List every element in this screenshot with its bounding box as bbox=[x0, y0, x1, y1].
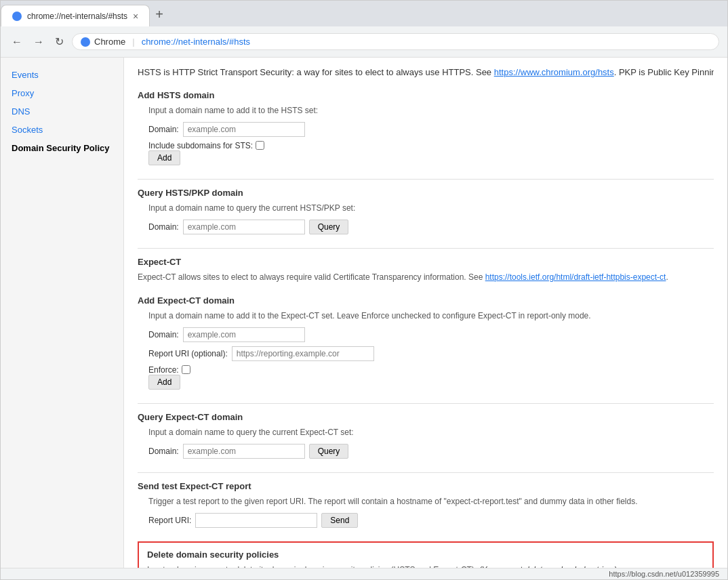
tab-bar: chrome://net-internals/#hsts × + bbox=[1, 1, 727, 26]
close-tab-button[interactable]: × bbox=[133, 11, 138, 22]
delete-section: Delete domain security policies Input a … bbox=[138, 541, 714, 568]
sidebar-item-dns[interactable]: DNS bbox=[1, 102, 123, 121]
query-hsts-domain-group: Domain: Query bbox=[148, 220, 714, 234]
sidebar-item-sockets[interactable]: Sockets bbox=[1, 121, 123, 139]
expect-ct-title: Expect-CT bbox=[138, 257, 714, 267]
query-expect-ct-domain-input[interactable] bbox=[183, 444, 305, 459]
expect-ct-link[interactable]: https://tools.ietf.org/html/draft-ietf-h… bbox=[485, 272, 666, 282]
url-path: chrome://net-internals/#hsts bbox=[142, 37, 250, 47]
add-hsts-button[interactable]: Add bbox=[148, 150, 180, 165]
query-hsts-desc: Input a domain name to query the current… bbox=[148, 203, 714, 213]
query-hsts-section: Query HSTS/PKP domain Input a domain nam… bbox=[138, 188, 714, 234]
intro-text-before: HSTS is HTTP Strict Transport Security: … bbox=[138, 67, 494, 77]
add-expect-ct-title: Add Expect-CT domain bbox=[138, 295, 714, 306]
intro-text-after: . PKP is Public Key Pinning; Chrome "pin… bbox=[614, 67, 714, 77]
url-separator: | bbox=[132, 37, 134, 47]
reload-button[interactable]: ↻ bbox=[52, 33, 66, 51]
query-expect-ct-domain-group: Domain: Query bbox=[148, 444, 714, 459]
add-expect-ct-enforce-label: Enforce: bbox=[148, 365, 179, 375]
add-hsts-subdomains-group: Include subdomains for STS: bbox=[148, 141, 714, 150]
add-hsts-domain-group: Domain: bbox=[148, 122, 714, 137]
expect-ct-desc: Expect-CT allows sites to elect to alway… bbox=[138, 272, 714, 282]
add-expect-ct-domain-group: Domain: bbox=[148, 327, 714, 342]
query-expect-ct-section: Query Expect-CT domain Input a domain na… bbox=[138, 412, 714, 459]
send-test-title: Send test Expect-CT report bbox=[138, 481, 714, 491]
add-expect-ct-btn-group: Add bbox=[148, 375, 714, 390]
add-hsts-section: Add HSTS domain Input a domain name to a… bbox=[138, 90, 714, 165]
add-expect-ct-section: Add Expect-CT domain Input a domain name… bbox=[138, 295, 714, 390]
divider-1 bbox=[138, 179, 714, 180]
main-panel: HSTS is HTTP Strict Transport Security: … bbox=[124, 58, 727, 568]
divider-4 bbox=[138, 472, 714, 473]
site-favicon-icon bbox=[81, 37, 90, 47]
tab-favicon-icon bbox=[12, 12, 22, 21]
divider-2 bbox=[138, 248, 714, 249]
send-test-report-uri-label: Report URI: bbox=[148, 516, 191, 525]
send-test-desc: Trigger a test report to the given repor… bbox=[148, 497, 714, 506]
query-expect-ct-domain-label: Domain: bbox=[148, 447, 179, 456]
add-expect-ct-enforce-group: Enforce: bbox=[148, 365, 714, 375]
add-hsts-subdomains-checkbox[interactable] bbox=[256, 141, 264, 150]
tab-label: chrome://net-internals/#hsts bbox=[27, 12, 127, 21]
status-url: https://blog.csdn.net/u012359995 bbox=[609, 570, 719, 578]
delete-section-title: Delete domain security policies bbox=[147, 550, 704, 560]
url-bar[interactable]: Chrome | chrome://net-internals/#hsts bbox=[72, 33, 719, 50]
expect-ct-desc-text2: . bbox=[666, 272, 668, 282]
query-hsts-title: Query HSTS/PKP domain bbox=[138, 188, 714, 198]
add-hsts-title: Add HSTS domain bbox=[138, 90, 714, 100]
send-test-button[interactable]: Send bbox=[321, 513, 358, 528]
add-expect-ct-report-uri-group: Report URI (optional): bbox=[148, 346, 714, 361]
add-hsts-desc: Input a domain name to add it to the HST… bbox=[148, 106, 714, 115]
chrome-label: Chrome bbox=[94, 37, 125, 47]
intro-link[interactable]: https://www.chromium.org/hsts bbox=[494, 67, 614, 77]
add-expect-ct-button[interactable]: Add bbox=[148, 375, 180, 390]
query-hsts-domain-label: Domain: bbox=[148, 222, 179, 232]
address-bar: ← → ↻ Chrome | chrome://net-internals/#h… bbox=[1, 26, 727, 58]
sidebar-item-domain-security-policy[interactable]: Domain Security Policy bbox=[1, 139, 123, 157]
sidebar-item-events[interactable]: Events bbox=[1, 66, 123, 84]
sidebar: Events Proxy DNS Sockets Domain Security… bbox=[1, 58, 124, 568]
add-expect-ct-report-uri-input[interactable] bbox=[232, 346, 374, 361]
add-expect-ct-report-uri-label: Report URI (optional): bbox=[148, 349, 228, 358]
query-expect-ct-button[interactable]: Query bbox=[309, 444, 349, 459]
send-test-section: Send test Expect-CT report Trigger a tes… bbox=[138, 481, 714, 528]
query-expect-ct-title: Query Expect-CT domain bbox=[138, 412, 714, 422]
forward-button[interactable]: → bbox=[31, 33, 47, 51]
divider-3 bbox=[138, 403, 714, 404]
query-hsts-domain-input[interactable] bbox=[183, 220, 305, 234]
add-expect-ct-desc: Input a domain name to add it to the Exp… bbox=[148, 311, 714, 320]
expect-ct-section: Expect-CT Expect-CT allows sites to elec… bbox=[138, 257, 714, 282]
status-bar: https://blog.csdn.net/u012359995 bbox=[1, 568, 727, 579]
send-test-report-uri-input[interactable] bbox=[195, 513, 317, 528]
add-hsts-btn-group: Add bbox=[148, 150, 714, 165]
sidebar-item-proxy[interactable]: Proxy bbox=[1, 84, 123, 102]
back-button[interactable]: ← bbox=[9, 33, 25, 51]
add-expect-ct-domain-input[interactable] bbox=[183, 327, 305, 342]
content-area: Events Proxy DNS Sockets Domain Security… bbox=[1, 58, 727, 568]
add-expect-ct-domain-label: Domain: bbox=[148, 330, 179, 339]
intro-text: HSTS is HTTP Strict Transport Security: … bbox=[138, 66, 714, 79]
add-hsts-domain-input[interactable] bbox=[183, 122, 305, 137]
query-hsts-button[interactable]: Query bbox=[309, 220, 349, 234]
add-hsts-domain-label: Domain: bbox=[148, 125, 179, 134]
send-test-report-uri-group: Report URI: Send bbox=[148, 513, 714, 528]
query-expect-ct-desc: Input a domain name to query the current… bbox=[148, 428, 714, 437]
add-expect-ct-enforce-checkbox[interactable] bbox=[182, 365, 190, 374]
active-tab[interactable]: chrome://net-internals/#hsts × bbox=[1, 5, 150, 26]
expect-ct-desc-text: Expect-CT allows sites to elect to alway… bbox=[138, 272, 485, 282]
add-hsts-subdomains-label: Include subdomains for STS: bbox=[148, 141, 253, 150]
new-tab-button[interactable]: + bbox=[150, 4, 169, 25]
